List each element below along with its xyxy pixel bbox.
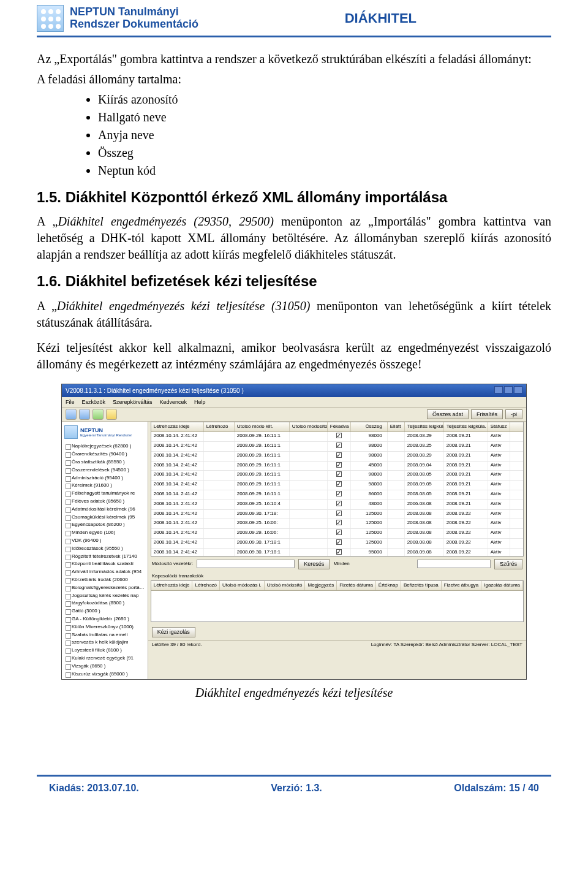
checkbox-icon[interactable] (336, 471, 342, 477)
tree-item[interactable]: Egyéncsapotok (86200 ) (64, 521, 145, 529)
tree-item[interactable]: Óra statisztikák (85550 ) (64, 458, 145, 466)
column-header[interactable]: Utolsó módosító (265, 581, 306, 590)
checkbox-icon[interactable] (336, 539, 342, 545)
checkbox-icon[interactable] (336, 511, 342, 516)
checkbox-icon[interactable] (336, 549, 342, 555)
pin-button[interactable]: -pi (505, 409, 522, 419)
checkbox-icon[interactable] (336, 501, 342, 506)
column-header[interactable]: Utolsó módosító (290, 422, 328, 431)
tree-item[interactable]: Arhivált információs adatok (954 (64, 568, 145, 576)
column-header[interactable]: Utolsó módozás i. (220, 581, 265, 590)
tree-item[interactable]: Órarendkészítés (90400 ) (64, 450, 145, 458)
tree-item[interactable]: Rögzített tételrezetvek (17140 (64, 553, 145, 561)
tree-item[interactable]: Időbeosztások (95550 ) (64, 545, 145, 553)
column-header[interactable]: Értéknap (376, 581, 401, 590)
column-header[interactable]: Létrehozás ideje (151, 422, 204, 431)
tree-item[interactable]: Kérelmek (91600 ) (64, 482, 145, 490)
tree-item[interactable]: Féléves adatok (85650 ) (64, 498, 145, 506)
table-row[interactable]: 2008.10.14. 2:41:422008.09.29. 16:11:145… (151, 462, 523, 471)
tree-item[interactable]: Adatmódosítási kérelmek (96 (64, 506, 145, 514)
select-input[interactable] (417, 560, 491, 568)
table-row[interactable]: 2008.10.14. 2:41:422008.09.29. 16:11:198… (151, 452, 523, 462)
table-row[interactable]: 2008.10.14. 2:41:422008.09.29. 16:06:125… (151, 529, 523, 539)
navigation-tree[interactable]: NEPTUN Egyetemi Tanulmányi Rendszer Napl… (62, 422, 148, 679)
menu-item[interactable]: Szerepkörváltás (113, 398, 153, 406)
tree-item[interactable]: Bolognaisfigyereskezelés portálok (64, 584, 145, 592)
filter-input[interactable] (197, 560, 295, 568)
table-row[interactable]: 2008.10.14. 2:41:422008.09.29. 16:11:198… (151, 481, 523, 490)
checkbox-icon[interactable] (336, 520, 342, 525)
column-header[interactable]: Fékadva (328, 422, 351, 431)
toolbar-back-icon[interactable] (66, 409, 77, 420)
tree-item[interactable]: Adminisztráció (95400 ) (64, 474, 145, 482)
column-header[interactable]: Teljesítés leigküla. (444, 422, 488, 431)
document-title: DIÁKHITEL (345, 10, 551, 26)
column-header[interactable]: Teljesítés leigküla. (405, 422, 444, 431)
table-row[interactable]: 2008.10.14. 2:41:422008.09.25. 16:06:125… (151, 519, 523, 529)
menu-item[interactable]: Kedvencek (160, 398, 187, 406)
manual-confirm-button[interactable]: Kézi igazolás (152, 627, 195, 637)
tree-item[interactable]: Szabás inditatas na emeli (64, 631, 145, 639)
checkbox-icon[interactable] (336, 443, 342, 448)
tree-item[interactable]: Kiszurúz vizsgák (85000 ) (64, 671, 145, 678)
sort-button[interactable]: Szűrés (494, 559, 522, 569)
table-row[interactable]: 2008.10.14. 2:41:422008.09.29. 16:11:186… (151, 490, 523, 500)
toolbar-forward-icon[interactable] (79, 409, 90, 420)
tree-item[interactable]: Félbehagyott tanulmányok re (64, 490, 145, 498)
column-header[interactable]: Összeg (351, 422, 388, 431)
tree-item[interactable]: tárgyfokozódása (8500 ) (64, 599, 145, 607)
column-header[interactable]: Létrehozó (192, 581, 220, 590)
column-header[interactable]: Befizetés típusa (401, 581, 442, 590)
tree-item[interactable]: Összerendelések (94500 ) (64, 466, 145, 474)
table-row[interactable]: 2008.10.14. 2:41:422008.09.29. 16:11:198… (151, 471, 523, 481)
menu-item[interactable]: Help (194, 398, 206, 406)
search-button[interactable]: Keresés (298, 559, 330, 569)
tree-item[interactable]: Minden egyéb (106) (64, 529, 145, 537)
column-header[interactable]: Fizetés dátuma (337, 581, 376, 590)
checkbox-icon[interactable] (336, 530, 342, 535)
checkbox-icon[interactable] (336, 491, 342, 496)
menu-item[interactable]: File (66, 398, 75, 406)
tree-item[interactable]: Gátló (3000 ) (64, 607, 145, 615)
table-row[interactable]: 2008.10.14. 2:41:422008.09.30. 17:18:195… (151, 549, 523, 557)
checkbox-icon[interactable] (336, 481, 342, 487)
column-header[interactable]: Utolsó módo kilt. (235, 422, 290, 431)
column-header[interactable]: Létrehozó (204, 422, 235, 431)
checkbox-icon[interactable] (336, 462, 342, 468)
toolbar-star-icon[interactable] (106, 409, 117, 420)
menu-item[interactable]: Eszközök (82, 398, 106, 406)
tree-item[interactable]: Loyesteeli filiok (8100 ) (64, 647, 145, 655)
tree-logo-icon (64, 425, 78, 439)
column-header[interactable]: Létrehozás ideje (151, 581, 193, 590)
checkbox-icon[interactable] (336, 452, 342, 458)
tree-item[interactable]: Külön Mivereszkönyv (1000) (64, 623, 145, 631)
tree-item[interactable]: Körzetbáris irodák (20600 (64, 576, 145, 584)
tree-item[interactable]: Vizsgák (8650 ) (64, 663, 145, 671)
table-row[interactable]: 2008.10.14. 2:41:422008.09.29. 16:11:198… (151, 432, 523, 442)
column-header[interactable]: Ellátt (388, 422, 405, 431)
transactions-grid[interactable]: Létrehozás idejeLétrehozóUtolsó módozás … (151, 580, 524, 622)
column-header[interactable]: Fizetve átbugya (442, 581, 481, 590)
tree-item[interactable]: Csomagküldési kérelmek (95 (64, 514, 145, 522)
data-grid[interactable]: Létrehozás idejeLétrehozóUtolsó módo kil… (151, 422, 524, 557)
column-header[interactable]: Igazolás dátuma (481, 581, 523, 590)
table-row[interactable]: 2008.10.14. 2:41:422008.09.25. 16:10:448… (151, 500, 523, 510)
tree-item[interactable]: Központi beállítások szalaktí (64, 560, 145, 568)
tree-item[interactable]: Felevés adatok (18650 ) (64, 678, 145, 679)
table-row[interactable]: 2008.10.14. 2:41:422008.09.30. 17:18:125… (151, 510, 523, 520)
tree-item[interactable]: VDK (96400 ) (64, 537, 145, 545)
tree-item[interactable]: szervezés k helk küldjajim (64, 639, 145, 647)
table-row[interactable]: 2008.10.14. 2:41:422008.09.30. 17:18:112… (151, 539, 523, 549)
tree-item[interactable]: Kulaki rzervezé egyégek (91 (64, 655, 145, 663)
column-header[interactable]: Megjegyzés (305, 581, 337, 590)
checkbox-icon[interactable] (336, 433, 342, 438)
tree-item[interactable]: Jogosultság kérés kezelés nap (64, 592, 145, 600)
tree-item[interactable]: GA - Külföngikiebb (2680 ) (64, 615, 145, 623)
toolbar-refresh-icon[interactable] (92, 409, 104, 420)
figure-caption: Diákhitel engedményezés kézi teljesítése (37, 685, 551, 701)
column-header[interactable]: Státusz (488, 422, 510, 431)
table-row[interactable]: 2008.10.14. 2:41:422008.09.29. 16:11:198… (151, 442, 523, 452)
all-data-button[interactable]: Összes adat (427, 409, 469, 419)
refresh-button[interactable]: Frissítés (471, 409, 503, 419)
tree-item[interactable]: Naplóbejegyzések (62800 ) (64, 443, 145, 450)
